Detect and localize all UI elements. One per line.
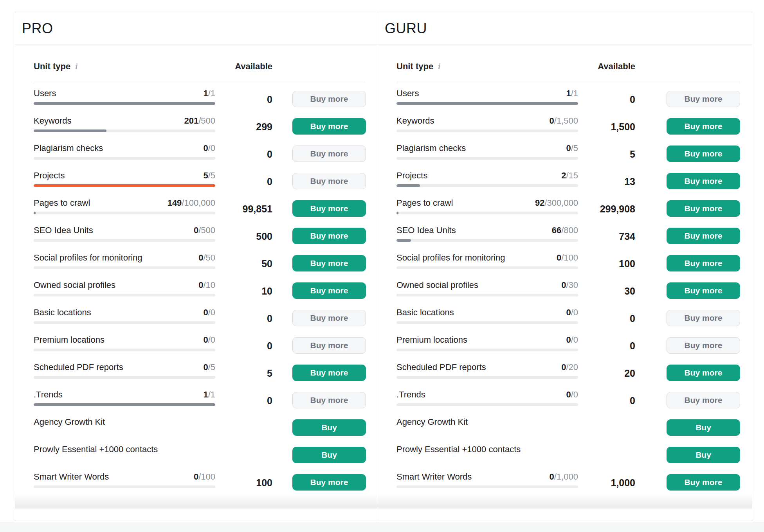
unit-label: Pages to crawl xyxy=(34,198,90,208)
unit-label: Keywords xyxy=(34,116,72,126)
buy-button[interactable]: Buy more xyxy=(292,200,366,217)
unit-block: Scheduled PDF reports 0/5 xyxy=(34,362,215,379)
buy-button[interactable]: Buy more xyxy=(667,146,740,162)
unit-block: SEO Idea Units 0/500 xyxy=(34,225,215,242)
buy-button[interactable]: Buy more xyxy=(292,474,366,491)
buy-button[interactable]: Buy xyxy=(667,419,740,436)
button-cell: Buy more xyxy=(292,474,366,491)
usage-counter: 0/20 xyxy=(561,362,578,372)
unit-block: .Trends 1/1 xyxy=(34,390,215,406)
usage-limit: /5 xyxy=(208,362,215,372)
unit-row: Keywords 0/1,500 1,500 Buy more xyxy=(396,110,740,137)
usage-limit: /10 xyxy=(203,280,215,290)
unit-label: Owned social profiles xyxy=(396,280,478,290)
unit-label: Smart Writer Words xyxy=(396,472,472,482)
buy-button[interactable]: Buy more xyxy=(292,118,366,135)
usage-used: 0 xyxy=(194,225,198,235)
available-value: 0 xyxy=(578,93,635,105)
usage-counter: 0/10 xyxy=(198,280,215,290)
button-cell: Buy more xyxy=(667,282,740,299)
unit-label: Scheduled PDF reports xyxy=(34,362,123,372)
unit-label: Owned social profiles xyxy=(34,280,115,290)
usage-limit: /100 xyxy=(198,472,215,482)
usage-counter: 0/0 xyxy=(203,307,215,318)
buy-button[interactable]: Buy more xyxy=(667,474,740,491)
usage-counter: 1/1 xyxy=(566,88,578,99)
panel-body: Unit type i Available Users 1/1 0 Buy mo… xyxy=(15,61,378,509)
usage-progress-bar xyxy=(34,485,215,488)
usage-limit: /1 xyxy=(571,88,578,98)
usage-used: 0 xyxy=(561,280,566,290)
buy-button[interactable]: Buy more xyxy=(292,228,366,244)
unit-block: Smart Writer Words 0/1,000 xyxy=(396,472,578,488)
button-cell: Buy more xyxy=(667,118,740,135)
button-cell: Buy more xyxy=(292,228,366,244)
buy-button: Buy more xyxy=(292,337,366,354)
usage-used: 0 xyxy=(566,335,571,345)
usage-used: 2 xyxy=(561,171,566,180)
buy-button: Buy more xyxy=(292,310,366,326)
scroll-fade xyxy=(378,494,752,509)
usage-counter: 1/1 xyxy=(203,88,215,99)
usage-progress-fill xyxy=(396,184,420,187)
buy-button[interactable]: Buy more xyxy=(292,255,366,271)
usage-counter: 0/5 xyxy=(203,362,215,372)
buy-button[interactable]: Buy more xyxy=(292,282,366,299)
button-cell: Buy more xyxy=(292,310,366,326)
button-cell: Buy more xyxy=(292,146,366,162)
info-icon[interactable]: i xyxy=(75,62,77,72)
usage-progress-bar xyxy=(396,485,578,488)
panel-title-pro: PRO xyxy=(15,12,378,45)
buy-button[interactable]: Buy more xyxy=(667,173,740,189)
available-value: 299 xyxy=(215,120,272,133)
usage-limit: /1,000 xyxy=(554,472,578,482)
usage-limit: /0 xyxy=(571,307,578,317)
buy-button[interactable]: Buy xyxy=(292,419,366,436)
available-header: Available xyxy=(215,61,272,72)
buy-button[interactable]: Buy more xyxy=(292,365,366,381)
unit-row: Plagiarism checks 0/0 0 Buy more xyxy=(34,137,366,164)
usage-limit: /300,000 xyxy=(544,198,578,208)
buy-button[interactable]: Buy more xyxy=(667,118,740,135)
available-value: 99,851 xyxy=(215,203,272,215)
usage-progress-fill xyxy=(396,212,398,214)
available-value: 20 xyxy=(578,367,635,379)
buy-button: Buy more xyxy=(667,91,740,107)
unit-block: .Trends 0/0 xyxy=(396,390,578,406)
usage-progress-bar xyxy=(396,239,578,242)
unit-block: Social profiles for monitoring 0/100 xyxy=(396,253,578,269)
panel-body: Unit type i Available Users 1/1 0 Buy mo… xyxy=(378,61,752,509)
usage-used: 0 xyxy=(557,253,561,262)
usage-used: 0 xyxy=(566,143,571,153)
unit-block: Projects 2/15 xyxy=(396,171,578,187)
buy-button[interactable]: Buy xyxy=(292,447,366,463)
buy-button[interactable]: Buy more xyxy=(667,228,740,244)
usage-progress-bar xyxy=(34,349,215,351)
usage-used: 0 xyxy=(198,280,203,290)
button-cell: Buy more xyxy=(667,91,740,107)
usage-progress-bar xyxy=(396,321,578,324)
info-icon[interactable]: i xyxy=(438,62,440,72)
usage-counter: 0/1,500 xyxy=(550,116,578,126)
buy-button[interactable]: Buy xyxy=(667,447,740,463)
button-cell: Buy more xyxy=(292,255,366,271)
usage-limit: /100 xyxy=(561,253,578,262)
buy-button: Buy more xyxy=(292,91,366,107)
page-bottom-strip xyxy=(0,522,764,532)
usage-progress-bar xyxy=(396,294,578,297)
buy-button[interactable]: Buy more xyxy=(667,282,740,299)
buy-button[interactable]: Buy more xyxy=(667,255,740,271)
unit-row: Social profiles for monitoring 0/100 100… xyxy=(396,246,740,274)
usage-used: 1 xyxy=(203,390,208,399)
usage-counter: 0/5 xyxy=(566,143,578,153)
available-value: 5 xyxy=(578,148,635,160)
available-value: 10 xyxy=(215,285,272,297)
usage-used: 5 xyxy=(203,171,208,180)
usage-limit: /30 xyxy=(566,280,578,290)
buy-button[interactable]: Buy more xyxy=(667,200,740,217)
unit-type-header: Unit type xyxy=(396,61,433,72)
button-cell: Buy more xyxy=(667,337,740,354)
unit-block: Agency Growth Kit xyxy=(34,417,215,433)
buy-button[interactable]: Buy more xyxy=(667,365,740,381)
usage-progress-fill xyxy=(34,129,106,132)
